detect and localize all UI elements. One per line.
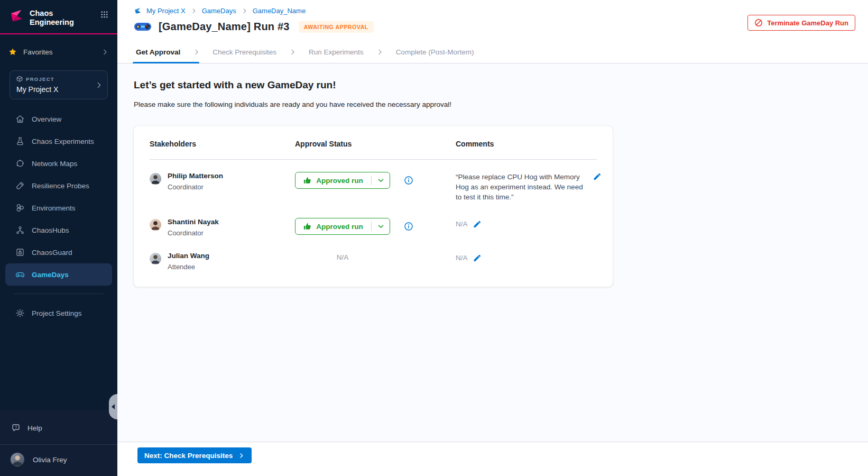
network-map-icon: [15, 159, 25, 168]
stakeholder-name: Philip Matterson: [168, 172, 223, 180]
edit-comment-icon[interactable]: [593, 172, 601, 202]
avatar: [150, 173, 161, 185]
edit-comment-icon[interactable]: [473, 220, 481, 228]
sidebar-item-network-maps[interactable]: Network Maps: [5, 152, 112, 175]
breadcrumb-gameday-name-link[interactable]: GameDay_Name: [253, 7, 306, 15]
table-row: Julian Wang Attendee N/A N/A: [150, 252, 597, 271]
sidebar-item-overview[interactable]: Overview: [5, 108, 112, 130]
breadcrumb: My Project X GameDays GameDay_Name: [134, 7, 855, 15]
environments-icon: [15, 203, 25, 213]
page-subheading: Please make sure the following individua…: [134, 100, 855, 108]
sidebar-item-environments[interactable]: Environments: [5, 197, 112, 219]
terminate-button-label: Terminate GameDay Run: [767, 19, 848, 27]
approval-status-dropdown[interactable]: Approved run: [295, 172, 390, 189]
avatar: [150, 219, 161, 231]
stakeholder-name: Shantini Nayak: [168, 218, 219, 226]
project-selector[interactable]: PROJECT My Project X: [10, 70, 108, 99]
column-header-comments: Comments: [456, 140, 597, 148]
help-label: Help: [27, 424, 42, 432]
svg-text:?: ?: [15, 425, 17, 429]
thumbs-up-icon: [303, 223, 311, 231]
chevron-right-icon: [101, 48, 109, 56]
step-run-experiments[interactable]: Run Experiments: [309, 41, 364, 63]
edit-comment-icon[interactable]: [473, 254, 481, 262]
sidebar-item-favorites[interactable]: Favorites: [8, 44, 109, 60]
avatar: [150, 253, 161, 264]
no-entry-icon: [754, 19, 763, 27]
breadcrumb-gamedays-link[interactable]: GameDays: [202, 7, 236, 15]
table-row: Shantini Nayak Coordinator Approved run: [150, 218, 597, 237]
cube-icon: [16, 76, 23, 82]
title-row: [GameDay_Name] Run #3 AWAITING APPROVAL: [134, 21, 855, 41]
sidebar-item-chaoshubs[interactable]: ChaosHubs: [5, 219, 112, 241]
sidebar-item-chaosguard[interactable]: ChaosGuard: [5, 241, 112, 263]
brand-header: Chaos Engineering: [0, 0, 117, 33]
step-check-prerequisites[interactable]: Check Prerequisites: [213, 41, 276, 63]
sidebar-item-label: ChaosHubs: [32, 226, 69, 234]
breadcrumb-project-link[interactable]: My Project X: [146, 7, 186, 15]
stakeholder-name: Julian Wang: [168, 252, 209, 260]
comment-na: N/A: [456, 254, 468, 262]
stakeholder-role: Coordinator: [168, 183, 223, 191]
user-menu[interactable]: Olivia Frey: [0, 445, 117, 468]
sidebar-nav: Overview Chaos Experiments Network Maps: [0, 108, 117, 324]
approval-status-dropdown[interactable]: Approved run: [295, 218, 390, 235]
chevron-right-icon: [95, 81, 103, 89]
table-row: Philip Matterson Coordinator Approved ru…: [150, 172, 597, 202]
step-complete-post-mortem[interactable]: Complete (Post-Mortem): [396, 41, 474, 63]
probe-icon: [15, 181, 25, 190]
sidebar-item-project-settings[interactable]: Project Settings: [5, 302, 112, 324]
brand-title: Chaos Engineering: [30, 8, 95, 27]
project-name: My Project X: [16, 85, 94, 94]
sidebar-item-help[interactable]: ? Help: [0, 419, 117, 437]
guard-icon: [15, 248, 25, 257]
sidebar-item-label: Project Settings: [32, 309, 82, 317]
gear-icon: [15, 308, 25, 318]
hub-icon: [15, 225, 25, 235]
approval-status-label: Approved run: [316, 177, 363, 185]
nav-divider: [14, 294, 104, 294]
chevron-down-icon[interactable]: [372, 225, 390, 228]
star-icon: [8, 48, 17, 56]
sidebar-item-label: Environments: [32, 204, 76, 212]
gamepad-icon: [15, 270, 25, 279]
help-chat-icon: ?: [11, 423, 21, 433]
sidebar-item-gamedays[interactable]: GameDays: [5, 263, 112, 286]
next-check-prerequisites-button[interactable]: Next: Check Prerequisites: [137, 447, 252, 463]
step-get-approval[interactable]: Get Approval: [136, 41, 180, 63]
sidebar-collapse-handle[interactable]: [109, 394, 117, 419]
sidebar-item-label: Resilience Probes: [32, 182, 89, 190]
stakeholder-role: Attendee: [168, 263, 209, 271]
chaos-engineering-logo: [8, 8, 24, 24]
page-title: [GameDay_Name] Run #3: [159, 21, 290, 33]
comment-text: “Please replace CPU Hog with Memory Hog …: [456, 172, 585, 202]
table-header-divider: [150, 159, 597, 160]
stakeholders-card: Stakeholders Approval Status Comments Ph…: [134, 126, 613, 287]
chevron-right-icon: [192, 48, 200, 56]
column-header-stakeholders: Stakeholders: [150, 140, 295, 148]
content-area: Let’s get started with a new GameDay run…: [117, 63, 868, 442]
favorites-label: Favorites: [23, 48, 95, 56]
sidebar-item-label: Network Maps: [32, 160, 77, 168]
sidebar-footer: ? Help Olivia Frey: [0, 409, 117, 476]
user-name: Olivia Frey: [33, 456, 67, 464]
chevron-right-icon: [289, 48, 297, 56]
thumbs-up-icon: [303, 177, 311, 185]
next-button-label: Next: Check Prerequisites: [144, 452, 233, 460]
chevron-down-icon[interactable]: [372, 179, 390, 182]
sidebar-item-resilience-probes[interactable]: Resilience Probes: [5, 175, 112, 197]
sidebar-item-chaos-experiments[interactable]: Chaos Experiments: [5, 130, 112, 152]
sidebar-item-label: ChaosGuard: [32, 249, 72, 257]
info-icon[interactable]: [404, 176, 413, 185]
chaos-breadcrumb-icon: [134, 7, 142, 15]
sidebar-item-label: Chaos Experiments: [32, 138, 94, 145]
flask-icon: [15, 136, 25, 146]
module-grid-icon[interactable]: [100, 10, 109, 19]
page-heading: Let’s get started with a new GameDay run…: [134, 79, 855, 91]
stakeholder-role: Coordinator: [168, 229, 219, 237]
table-header: Stakeholders Approval Status Comments: [150, 140, 597, 148]
info-icon[interactable]: [404, 222, 413, 231]
avatar: [11, 453, 24, 466]
terminate-gameday-button[interactable]: Terminate GameDay Run: [747, 15, 855, 31]
main-area: My Project X GameDays GameDay_Name [Game…: [117, 0, 868, 476]
